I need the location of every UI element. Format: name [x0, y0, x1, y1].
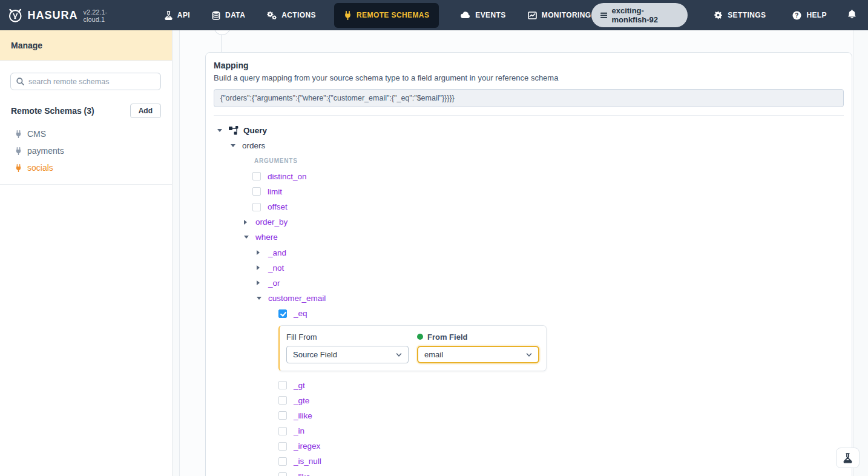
mapping-title: Mapping: [214, 61, 844, 70]
tree-node-label[interactable]: _and: [268, 248, 286, 257]
caret-right-icon[interactable]: [244, 220, 250, 225]
remote-schemas-section-header: Remote Schemas (3) Add: [11, 104, 161, 118]
nav-item-remote-schemas[interactable]: REMOTE SCHEMAS: [334, 3, 439, 28]
nav-item-events[interactable]: EVENTS: [461, 11, 505, 19]
checkbox[interactable]: [278, 427, 287, 435]
plug-icon: [15, 130, 22, 138]
caret-down-icon[interactable]: [217, 129, 223, 132]
tree-node-query: Query: [206, 123, 852, 138]
sidebar-item-payments[interactable]: payments: [0, 142, 172, 159]
nav-item-monitoring[interactable]: MONITORING: [528, 11, 591, 19]
tree-node-ilike: _ilike: [206, 408, 852, 423]
tree-node-offset: offset: [206, 199, 852, 214]
add-remote-schema-button[interactable]: Add: [130, 104, 161, 118]
checkbox[interactable]: [278, 442, 287, 451]
plug-icon: [344, 11, 352, 20]
mapping-card: Mapping Build a query mapping from your …: [205, 52, 852, 476]
tree-node-label[interactable]: orders: [242, 141, 265, 150]
mapping-description: Build a query mapping from your source s…: [214, 73, 844, 82]
nav-menu: API DATA ACTIONS REMOTE SCHEMAS EVENTS M…: [143, 3, 591, 28]
nav-item-label: ACTIONS: [281, 11, 316, 19]
caret-right-icon[interactable]: [257, 280, 263, 285]
bell-icon: [847, 9, 856, 19]
tree-node-gt: _gt: [206, 377, 852, 392]
tree-node-label[interactable]: _ilike: [294, 411, 312, 420]
tree-node-label[interactable]: where: [255, 233, 278, 242]
checkbox-checked[interactable]: [278, 309, 287, 318]
gear-icon: [714, 11, 723, 19]
tree-node-in: _in: [206, 423, 852, 438]
caret-down-icon[interactable]: [257, 297, 263, 300]
project-badge[interactable]: exciting-monkfish-92: [591, 3, 688, 27]
tree-node-not: _not: [206, 260, 852, 276]
checkbox[interactable]: [278, 457, 287, 466]
tree-node-label[interactable]: _is_null: [294, 457, 321, 466]
sidebar-item-socials[interactable]: socials: [0, 159, 172, 176]
tree-node-label[interactable]: order_by: [255, 217, 288, 226]
nav-item-actions[interactable]: ACTIONS: [267, 11, 316, 19]
tree-node-label[interactable]: distinct_on: [268, 172, 307, 181]
tree-node-label[interactable]: offset: [268, 202, 288, 211]
checkbox[interactable]: [252, 172, 261, 180]
checkbox[interactable]: [278, 396, 287, 405]
fill-from-label: Fill From: [286, 332, 409, 342]
query-mapping-input[interactable]: {"orders":{"arguments":{"where":{"custom…: [214, 89, 844, 107]
query-root-icon: [229, 126, 238, 135]
tree-node-order-by: order_by: [206, 214, 852, 230]
caret-down-icon[interactable]: [244, 236, 250, 239]
tree-node-gte: _gte: [206, 393, 852, 408]
flask-icon: [165, 11, 173, 20]
hasura-logo-icon: [8, 7, 23, 24]
search-box[interactable]: [10, 73, 161, 90]
tree-node-label[interactable]: _not: [268, 263, 284, 273]
tree-node-customer-email: customer_email: [206, 291, 852, 306]
tree-node-label[interactable]: _like: [294, 472, 311, 476]
tree-node-label[interactable]: _in: [294, 426, 304, 435]
caret-right-icon[interactable]: [257, 265, 263, 270]
nav-item-label: EVENTS: [475, 11, 505, 19]
tree-node-label[interactable]: Query: [243, 126, 267, 135]
checkbox[interactable]: [278, 411, 287, 420]
fill-from-panel: Fill From Source Field From Field email: [278, 325, 547, 371]
nav-item-label: REMOTE SCHEMAS: [357, 11, 429, 19]
tree-node-label[interactable]: customer_email: [268, 294, 326, 303]
settings-button[interactable]: SETTINGS: [714, 11, 766, 19]
console-fab-button[interactable]: [836, 448, 860, 468]
checkbox[interactable]: [252, 203, 261, 211]
tree-node-is-null: _is_null: [206, 454, 852, 469]
checkbox[interactable]: [252, 187, 261, 196]
svg-text:?: ?: [795, 12, 800, 19]
fill-from-select[interactable]: Source Field: [286, 346, 409, 363]
checkbox[interactable]: [278, 472, 287, 476]
help-button[interactable]: ? HELP: [792, 11, 827, 20]
notifications-button[interactable]: [847, 9, 856, 22]
caret-down-icon[interactable]: [231, 144, 237, 147]
tree-node-label[interactable]: _gt: [294, 381, 305, 390]
checkbox[interactable]: [278, 381, 287, 389]
from-field-select[interactable]: email: [417, 346, 539, 363]
navbar-right: exciting-monkfish-92 SETTINGS ? HELP: [591, 3, 868, 27]
database-icon: [212, 11, 220, 20]
from-field-label-row: From Field: [417, 332, 539, 342]
tree-node-label[interactable]: limit: [268, 187, 282, 196]
project-name: exciting-monkfish-92: [611, 6, 679, 24]
caret-right-icon[interactable]: [257, 250, 263, 255]
green-status-dot: [417, 334, 423, 340]
tree-node-distinct-on: distinct_on: [206, 169, 852, 184]
search-input[interactable]: [28, 78, 155, 86]
tree-node-label[interactable]: _eq: [294, 309, 307, 318]
sidebar-item-cms[interactable]: CMS: [0, 125, 172, 142]
help-icon: ?: [792, 11, 801, 20]
hasura-logo[interactable]: HASURA v2.22.1-cloud.1: [0, 7, 125, 24]
sidebar-header: Manage: [0, 30, 172, 61]
tree-node-label[interactable]: _gte: [294, 396, 309, 405]
nav-item-data[interactable]: DATA: [212, 11, 245, 20]
tree-node-where: where: [206, 230, 852, 245]
tree-node-label[interactable]: _or: [268, 279, 280, 288]
sidebar-item-label: payments: [27, 146, 64, 156]
tree-node-label[interactable]: _iregex: [294, 441, 320, 451]
top-navbar: HASURA v2.22.1-cloud.1 API DATA ACTIONS …: [0, 0, 868, 30]
nav-item-api[interactable]: API: [165, 11, 190, 20]
sidebar-item-label: CMS: [27, 129, 46, 139]
tree-node-eq: _eq: [206, 306, 852, 321]
